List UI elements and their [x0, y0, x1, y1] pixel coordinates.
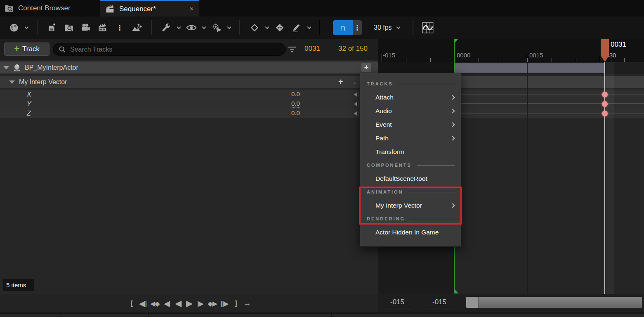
curve-editor-icon[interactable]	[422, 22, 434, 33]
horizontal-scrollbar[interactable]	[466, 297, 642, 308]
previous-key-button[interactable]: ◀◆	[150, 300, 160, 308]
chevron-down-icon[interactable]	[25, 25, 29, 29]
menu-item-transform[interactable]: Transform	[360, 145, 461, 158]
camera-icon[interactable]	[80, 22, 92, 33]
sequencer-icon	[105, 4, 115, 14]
view-options-eye-icon[interactable]	[186, 22, 197, 33]
toolbar-divider	[37, 20, 38, 35]
sequencer-window: Content Browser Sequencer* × ⋮	[0, 0, 644, 317]
header-rule	[410, 219, 455, 219]
step-back-button[interactable]: ◀|	[163, 300, 171, 308]
save-new-icon[interactable]	[46, 22, 58, 33]
menu-item-path[interactable]: Path	[360, 131, 461, 145]
close-icon[interactable]: ×	[190, 5, 193, 13]
next-key-button[interactable]: ◆▶	[208, 300, 217, 308]
ruler-major-tick	[527, 55, 527, 62]
jump-back-button[interactable]: ◀||	[139, 300, 146, 308]
menu-item-label: Actor Hidden In Game	[375, 229, 439, 236]
menu-section-header: ANIMATION	[360, 185, 461, 199]
playback-options-icon[interactable]	[211, 22, 222, 33]
play-reverse-button[interactable]: ◀	[175, 298, 182, 308]
actor-icon	[12, 63, 21, 72]
search-icon	[58, 45, 66, 53]
tab-label: Sequencer*	[119, 5, 156, 13]
prev-key-triangle-icon[interactable]	[354, 102, 357, 106]
chevron-down-icon[interactable]	[227, 25, 231, 29]
menu-section-header: RENDERING	[360, 212, 461, 225]
ruler-tick-label: 0000	[457, 52, 470, 59]
timeline-ruler[interactable]: -015 0000 0015 0030 0031	[378, 39, 644, 62]
menu-item-label: My Interp Vector	[375, 202, 422, 209]
section-bar[interactable]	[454, 63, 605, 73]
current-time-field[interactable]: 0031	[304, 45, 320, 53]
add-track-button[interactable]: + Track	[4, 43, 50, 56]
scrollbar-grip[interactable]	[466, 297, 479, 308]
keyframe-dot[interactable]	[602, 111, 608, 116]
track-row-actor[interactable]: BP_MyInterpActor +	[0, 62, 378, 73]
expand-arrow-icon[interactable]	[3, 66, 9, 69]
prev-key-triangle-icon[interactable]	[354, 92, 357, 97]
auto-key-icon[interactable]	[274, 22, 285, 33]
prev-key-triangle-icon[interactable]	[354, 111, 357, 116]
header-rule	[398, 84, 455, 84]
play-button[interactable]: ▶	[186, 298, 193, 308]
expand-arrow-icon[interactable]	[9, 80, 15, 84]
chevron-down-icon[interactable]	[265, 25, 269, 29]
filter-icon[interactable]	[288, 46, 297, 54]
sequencer-toolbar: ⋮ ∩ ⋮ 30	[0, 17, 644, 39]
menu-item-label: DefaultSceneRoot	[375, 175, 427, 182]
ruler-tick-label: 0015	[529, 52, 543, 59]
menu-item-audio[interactable]: Audio	[360, 104, 461, 118]
keyframe-dot[interactable]	[602, 92, 608, 97]
tab-sequencer[interactable]: Sequencer* ×	[100, 0, 199, 17]
playhead-time-label: 0031	[611, 40, 626, 49]
chevron-down-icon[interactable]	[307, 25, 311, 29]
menu-item-my-interp-vector[interactable]: My Interp Vector	[360, 199, 461, 212]
section-header-label: RENDERING	[367, 216, 405, 221]
to-end-button[interactable]: ]	[232, 300, 239, 307]
underlying-panel-strip	[0, 314, 644, 317]
channel-value-field[interactable]: 0.0	[290, 109, 301, 117]
add-track-label: Track	[22, 45, 40, 53]
channel-value-field[interactable]: 0.0	[290, 100, 301, 108]
add-key-plus-icon[interactable]: +	[338, 77, 343, 87]
channel-value-field[interactable]: 0.0	[290, 90, 301, 98]
panel-divider	[331, 314, 332, 317]
prev-key-arrow-icon[interactable]: ←	[353, 78, 360, 86]
to-front-button[interactable]: [	[128, 300, 135, 307]
view-range-end-field[interactable]: -015	[426, 298, 453, 308]
menu-item-event[interactable]: Event	[360, 118, 461, 131]
menu-item-label: Event	[375, 121, 392, 128]
step-forward-button[interactable]: |▶	[197, 300, 204, 308]
chevron-down-icon[interactable]	[202, 25, 206, 29]
view-range-start-field[interactable]: -015	[384, 298, 410, 308]
edit-pencil-icon[interactable]	[291, 22, 302, 33]
add-track-plus-button[interactable]: +	[361, 63, 371, 72]
snapping-magnet-icon[interactable]: ∩	[333, 20, 353, 35]
playback-mode-button[interactable]: →	[243, 299, 250, 308]
clapperboard-icon[interactable]	[97, 22, 109, 33]
browse-sequence-icon[interactable]	[63, 22, 75, 33]
tab-content-browser[interactable]: Content Browser	[0, 0, 71, 17]
chevron-down-icon[interactable]	[177, 25, 181, 29]
wrench-icon[interactable]	[160, 22, 172, 33]
menu-item-actor-hidden-in-game[interactable]: Actor Hidden In Game	[360, 225, 461, 239]
transport-controls: [ ◀|| ◀◆ ◀| ◀ ▶ |▶ ◆▶ ||▶ ] →	[0, 294, 378, 312]
menu-item-defaultsceneroot[interactable]: DefaultSceneRoot	[360, 172, 461, 185]
channel-row-z[interactable]: Z 0.0	[0, 109, 378, 118]
search-input[interactable]	[69, 45, 259, 54]
world-icon[interactable]	[8, 22, 20, 33]
jump-forward-button[interactable]: ||▶	[221, 300, 228, 308]
toolbar-divider	[151, 20, 152, 35]
menu-item-attach[interactable]: Attach	[360, 90, 461, 104]
keyframe-options-icon[interactable]	[249, 22, 260, 33]
more-options-icon[interactable]: ⋮	[114, 22, 125, 33]
channel-row-y[interactable]: Y 0.0	[0, 99, 378, 109]
snapping-options-icon[interactable]: ⋮	[353, 20, 362, 35]
track-row-interp-vector[interactable]: My Interp Vector + ←	[0, 76, 378, 88]
render-movie-icon[interactable]	[131, 22, 142, 33]
frame-rate-dropdown[interactable]: 30 fps	[374, 24, 400, 31]
keyframe-dot[interactable]	[602, 101, 608, 107]
channel-row-x[interactable]: X 0.0	[0, 90, 378, 99]
header-rule	[408, 192, 455, 192]
